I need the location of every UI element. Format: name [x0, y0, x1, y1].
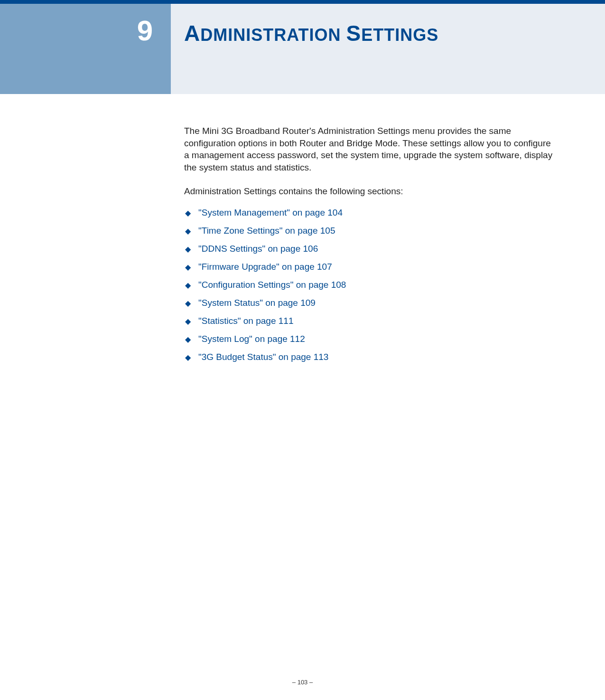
toc-item: ◆ "Time Zone Settings" on page 105: [184, 226, 558, 236]
diamond-bullet-icon: ◆: [185, 281, 191, 290]
toc-link[interactable]: "Time Zone Settings" on page 105: [198, 226, 335, 236]
chapter-number-box: 9: [0, 4, 171, 94]
toc-item: ◆ "Firmware Upgrade" on page 107: [184, 262, 558, 272]
diamond-bullet-icon: ◆: [185, 208, 191, 218]
diamond-bullet-icon: ◆: [185, 317, 191, 326]
diamond-bullet-icon: ◆: [185, 335, 191, 344]
intro-paragraph: The Mini 3G Broadband Router's Administr…: [184, 125, 558, 174]
toc-link[interactable]: "System Status" on page 109: [198, 298, 316, 308]
sections-intro: Administration Settings contains the fol…: [184, 185, 558, 198]
chapter-title: ADMINISTRATION SETTINGS: [184, 20, 605, 46]
diamond-bullet-icon: ◆: [185, 299, 191, 308]
toc-link[interactable]: "DDNS Settings" on page 106: [198, 244, 318, 254]
diamond-bullet-icon: ◆: [185, 353, 191, 362]
toc-link[interactable]: "System Log" on page 112: [198, 334, 305, 344]
toc-list: ◆ "System Management" on page 104 ◆ "Tim…: [184, 208, 558, 362]
toc-item: ◆ "3G Budget Status" on page 113: [184, 352, 558, 362]
toc-item: ◆ "System Status" on page 109: [184, 298, 558, 308]
top-accent-bar: [0, 0, 605, 4]
toc-link[interactable]: "Firmware Upgrade" on page 107: [198, 262, 332, 272]
diamond-bullet-icon: ◆: [185, 263, 191, 272]
toc-link[interactable]: "Statistics" on page 111: [198, 316, 293, 326]
page-number: – 103 –: [292, 679, 313, 686]
chapter-header: 9 ADMINISTRATION SETTINGS: [0, 4, 605, 94]
toc-item: ◆ "DDNS Settings" on page 106: [184, 244, 558, 254]
toc-item: ◆ "Configuration Settings" on page 108: [184, 280, 558, 290]
diamond-bullet-icon: ◆: [185, 245, 191, 254]
toc-link[interactable]: "System Management" on page 104: [198, 208, 343, 218]
toc-link[interactable]: "3G Budget Status" on page 113: [198, 352, 328, 362]
toc-item: ◆ "System Log" on page 112: [184, 334, 558, 344]
page-footer: – 103 –: [0, 679, 605, 686]
content-area: The Mini 3G Broadband Router's Administr…: [184, 125, 558, 362]
toc-item: ◆ "System Management" on page 104: [184, 208, 558, 218]
diamond-bullet-icon: ◆: [185, 227, 191, 236]
chapter-title-box: ADMINISTRATION SETTINGS: [171, 4, 605, 94]
chapter-number: 9: [137, 15, 153, 47]
toc-item: ◆ "Statistics" on page 111: [184, 316, 558, 326]
toc-link[interactable]: "Configuration Settings" on page 108: [198, 280, 346, 290]
